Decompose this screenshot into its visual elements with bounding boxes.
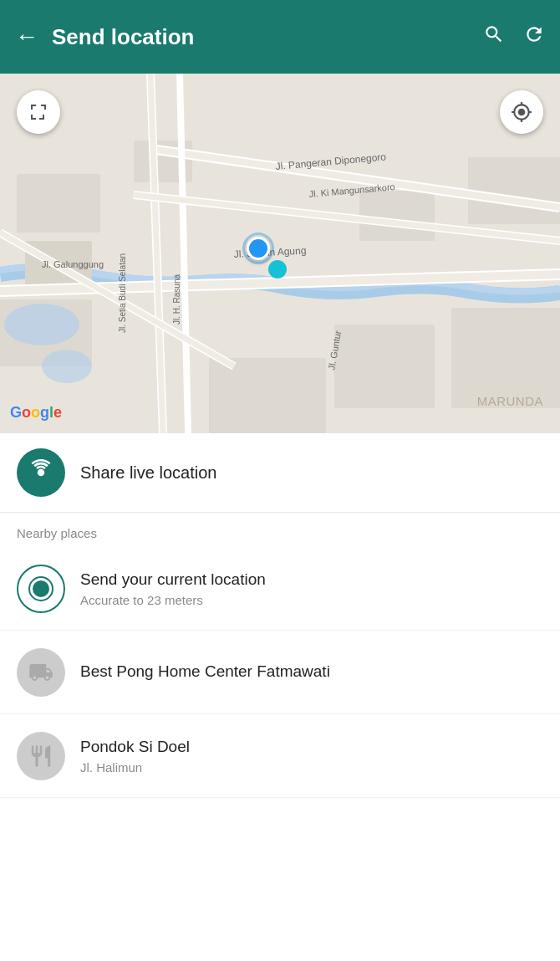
header-actions bbox=[483, 23, 545, 50]
svg-text:Jl. H. Rasuna: Jl. H. Rasuna bbox=[172, 274, 181, 325]
share-live-label: Share live location bbox=[80, 463, 216, 483]
nearby-places-section-label: Nearby places bbox=[0, 513, 560, 547]
current-location-item[interactable]: Send your current location Accurate to 2… bbox=[0, 547, 560, 631]
place-item-2[interactable]: Pondok Si Doel Jl. Halimun bbox=[0, 714, 560, 798]
svg-rect-1 bbox=[17, 174, 100, 233]
back-button[interactable]: ← bbox=[15, 23, 38, 50]
place-name-1: Best Pong Home Center Fatmawati bbox=[80, 662, 543, 682]
page-title: Send location bbox=[52, 24, 470, 50]
svg-rect-5 bbox=[451, 308, 560, 408]
place-sub-2: Jl. Halimun bbox=[80, 760, 543, 774]
marunda-label: MARUNDA bbox=[477, 394, 543, 408]
share-live-icon bbox=[17, 448, 65, 497]
place-info-2: Pondok Si Doel Jl. Halimun bbox=[80, 737, 543, 774]
svg-rect-6 bbox=[209, 358, 326, 433]
place-info-1: Best Pong Home Center Fatmawati bbox=[80, 662, 543, 682]
google-logo: Google bbox=[10, 404, 62, 422]
svg-text:Jl. Galunggung: Jl. Galunggung bbox=[42, 259, 104, 269]
svg-rect-7 bbox=[359, 191, 435, 241]
place-icon-1 bbox=[17, 648, 65, 697]
search-icon[interactable] bbox=[483, 23, 505, 50]
place-item-1[interactable]: Best Pong Home Center Fatmawati bbox=[0, 631, 560, 714]
current-location-name: Send your current location bbox=[80, 570, 543, 590]
current-location-accuracy: Accurate to 23 meters bbox=[80, 593, 543, 607]
svg-rect-8 bbox=[468, 157, 560, 224]
current-location-info: Send your current location Accurate to 2… bbox=[80, 570, 543, 607]
refresh-icon[interactable] bbox=[523, 23, 545, 50]
svg-text:Jl. Setia Budi Selatan: Jl. Setia Budi Selatan bbox=[118, 253, 127, 333]
my-location-button[interactable] bbox=[500, 90, 543, 134]
place-icon-2 bbox=[17, 732, 65, 780]
svg-point-11 bbox=[42, 350, 92, 383]
map-view[interactable]: Jl. Pangeran Diponegoro Jl. Ki Mangunsar… bbox=[0, 74, 560, 433]
app-header: ← Send location bbox=[0, 0, 560, 74]
share-live-location-item[interactable]: Share live location bbox=[0, 433, 560, 513]
svg-point-31 bbox=[38, 470, 43, 475]
current-location-icon bbox=[17, 565, 65, 613]
svg-rect-4 bbox=[334, 325, 435, 408]
fullscreen-button[interactable] bbox=[17, 90, 60, 134]
place-name-2: Pondok Si Doel bbox=[80, 737, 543, 758]
svg-point-10 bbox=[4, 304, 79, 345]
